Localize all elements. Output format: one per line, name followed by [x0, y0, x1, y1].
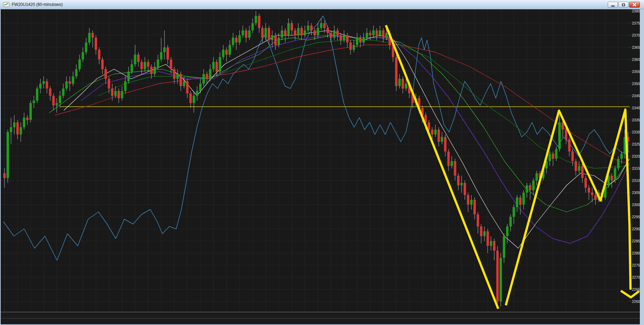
- price-axis-label: 2270: [632, 275, 640, 279]
- price-axis-label: 2290: [632, 227, 640, 231]
- price-axis-label: 2350: [632, 82, 640, 86]
- price-axis-label: 2360: [632, 57, 640, 62]
- time-axis: [1, 312, 640, 318]
- price-axis-label: 2315: [632, 166, 640, 170]
- restore-icon: [622, 3, 625, 6]
- close-button[interactable]: [629, 2, 640, 8]
- price-axis-label: 2285: [632, 239, 640, 243]
- price-axis-label: 2325: [632, 142, 640, 146]
- window-title: FW20U1420 (60-minutowo): [12, 2, 63, 7]
- price-axis-label: 2355: [632, 69, 640, 74]
- price-axis-label: 2320: [632, 154, 640, 158]
- date-axis: [1, 318, 640, 324]
- window-border-left: [0, 9, 1, 324]
- app-window: 2380237523702365236023552350234523402335…: [0, 0, 644, 325]
- price-axis-label: 2330: [632, 130, 640, 134]
- chart-canvas[interactable]: 2380237523702365236023552350234523402335…: [0, 0, 644, 325]
- price-axis-label: 2310: [632, 178, 640, 183]
- price-axis-label: 2380: [632, 9, 640, 13]
- price-axis-label: 2340: [632, 106, 640, 110]
- price-axis-label: 2305: [632, 191, 640, 195]
- price-axis-label: 2295: [632, 215, 640, 219]
- price-axis-label: 2265: [632, 287, 640, 291]
- price-axis-label: 2375: [632, 21, 640, 25]
- price-axis-label: 2275: [632, 263, 640, 267]
- window-controls: [608, 2, 640, 8]
- close-icon: [633, 3, 636, 7]
- price-axis-label: 2280: [632, 251, 640, 255]
- restore-button[interactable]: [618, 2, 628, 8]
- price-axis-label: 2345: [632, 94, 640, 98]
- price-axis-label: 2365: [632, 45, 640, 49]
- chart-window-icon: [3, 2, 9, 7]
- price-axis-label: 2300: [632, 203, 640, 207]
- minimize-icon: [611, 6, 615, 7]
- window-border-right[interactable]: [640, 9, 644, 324]
- titlebar[interactable]: FW20U1420 (60-minutowo): [0, 0, 644, 9]
- price-axis-label: 2335: [632, 118, 640, 122]
- price-axis-label: 2260: [632, 299, 640, 304]
- price-axis-label: 2370: [632, 33, 640, 37]
- minimize-button[interactable]: [608, 2, 618, 8]
